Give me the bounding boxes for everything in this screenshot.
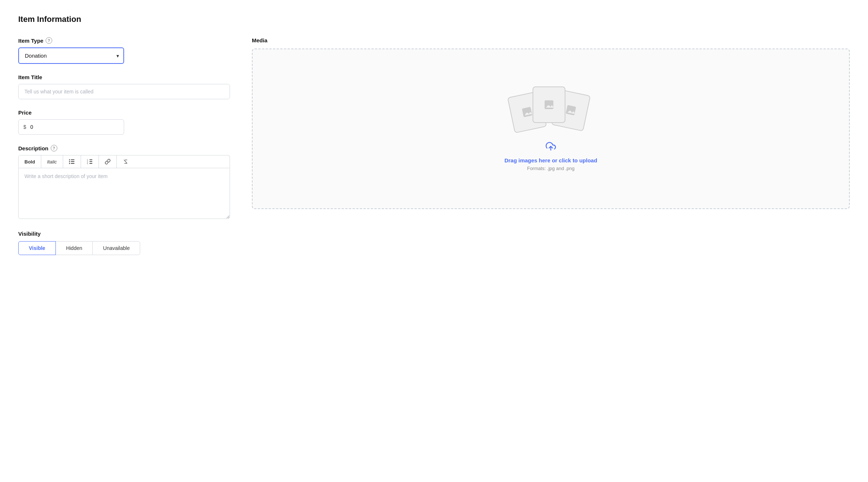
description-help-icon[interactable]: ? [51, 145, 57, 151]
item-type-select[interactable]: Donation Product Service Ticket [18, 47, 124, 64]
svg-rect-9 [89, 159, 92, 160]
visibility-hidden-button[interactable]: Hidden [55, 241, 93, 255]
item-title-input[interactable] [18, 84, 230, 99]
item-type-help-icon[interactable]: ? [46, 37, 52, 44]
svg-point-1 [69, 161, 70, 162]
left-panel: Item Type ? Donation Product Service Tic… [18, 37, 230, 255]
page-title: Item Information [18, 15, 850, 24]
price-label: Price [18, 109, 230, 116]
unordered-list-button[interactable] [63, 155, 81, 168]
price-input-wrapper: $ [18, 119, 124, 135]
svg-rect-11 [89, 163, 92, 164]
media-label: Media [252, 37, 850, 43]
visibility-group: Visibility Visible Hidden Unavailable [18, 231, 230, 255]
item-type-label: Item Type ? [18, 37, 230, 44]
media-upload-area[interactable]: Drag images here or click to upload Form… [252, 49, 850, 209]
description-textarea[interactable] [18, 168, 230, 219]
price-group: Price $ [18, 109, 230, 135]
svg-point-2 [69, 163, 70, 164]
upload-text: Drag images here or click to upload [504, 157, 597, 163]
upload-icon [546, 141, 556, 153]
svg-rect-5 [71, 163, 74, 164]
upload-formats: Formats: .jpg and .png [527, 166, 575, 171]
svg-rect-10 [89, 161, 92, 162]
media-image-illustration [511, 86, 591, 134]
visibility-unavailable-button[interactable]: Unavailable [92, 241, 140, 255]
item-type-select-wrapper: Donation Product Service Ticket ▾ [18, 47, 124, 64]
bold-button[interactable]: Bold [19, 155, 41, 168]
visibility-label: Visibility [18, 231, 230, 237]
ordered-list-button[interactable]: 1. 2. 3. [81, 155, 99, 168]
link-button[interactable] [99, 155, 117, 168]
description-label: Description ? [18, 145, 230, 151]
image-card-center [533, 86, 565, 123]
svg-point-0 [69, 159, 70, 161]
svg-text:3.: 3. [87, 162, 88, 164]
price-input[interactable] [18, 119, 124, 135]
item-title-label: Item Title [18, 74, 230, 80]
item-type-group: Item Type ? Donation Product Service Tic… [18, 37, 230, 64]
italic-button[interactable]: Italic [41, 155, 63, 168]
description-group: Description ? Bold Italic [18, 145, 230, 220]
item-title-group: Item Title [18, 74, 230, 99]
visibility-visible-button[interactable]: Visible [18, 241, 56, 255]
svg-rect-3 [71, 159, 74, 160]
clear-format-button[interactable] [117, 155, 134, 168]
svg-rect-4 [71, 161, 74, 162]
right-panel: Media [252, 37, 850, 209]
description-toolbar: Bold Italic 1. 2. [18, 155, 230, 168]
visibility-buttons: Visible Hidden Unavailable [18, 241, 230, 255]
